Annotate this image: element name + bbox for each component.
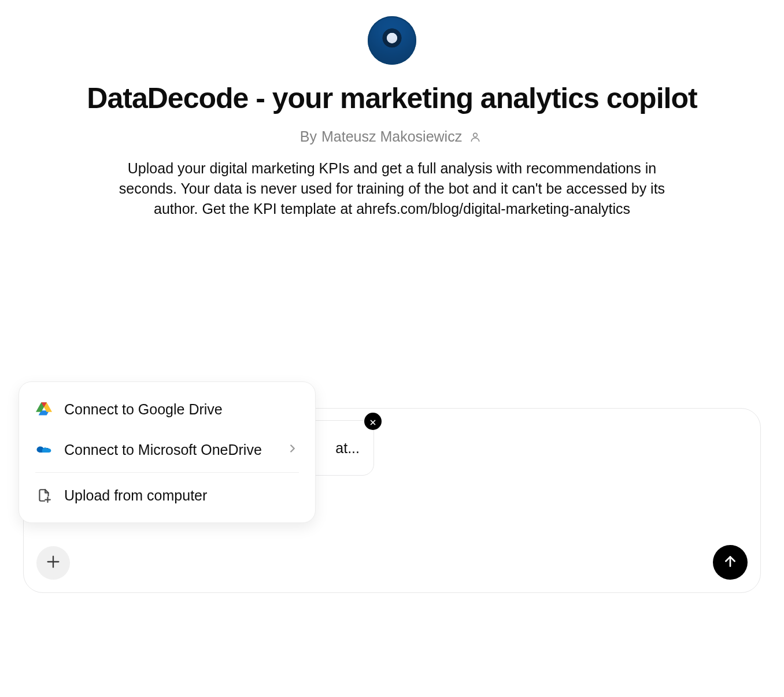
author-prefix: By (300, 128, 317, 145)
attachment-chip-label: at... (335, 440, 360, 457)
send-button[interactable] (713, 545, 748, 580)
page-title: DataDecode - your marketing analytics co… (87, 82, 697, 116)
arrow-up-icon (723, 554, 738, 571)
menu-item-label: Connect to Google Drive (64, 401, 223, 418)
bot-avatar (368, 16, 416, 65)
menu-item-upload-computer[interactable]: Upload from computer (19, 475, 315, 516)
menu-item-label: Connect to Microsoft OneDrive (64, 442, 262, 458)
upload-file-icon (35, 487, 53, 504)
menu-item-google-drive[interactable]: Connect to Google Drive (19, 389, 315, 429)
author-line: By Mateusz Makosiewicz (300, 128, 484, 146)
menu-item-onedrive[interactable]: Connect to Microsoft OneDrive (19, 429, 315, 470)
author-name: Mateusz Makosiewicz (321, 128, 462, 145)
plus-icon (45, 554, 61, 572)
person-icon (467, 128, 484, 146)
menu-item-label: Upload from computer (64, 487, 207, 504)
svg-point-0 (474, 133, 478, 137)
attachment-remove-button[interactable] (364, 413, 382, 430)
add-attachment-button[interactable] (36, 546, 70, 580)
onedrive-icon (35, 441, 53, 458)
chevron-right-icon (286, 442, 299, 458)
google-drive-icon (35, 401, 53, 418)
menu-divider (35, 472, 299, 473)
close-icon (369, 413, 377, 430)
page-header: DataDecode - your marketing analytics co… (0, 0, 784, 219)
page-description: Upload your digital marketing KPIs and g… (114, 158, 670, 219)
attach-menu: Connect to Google Drive Connect to Micro… (19, 381, 316, 523)
